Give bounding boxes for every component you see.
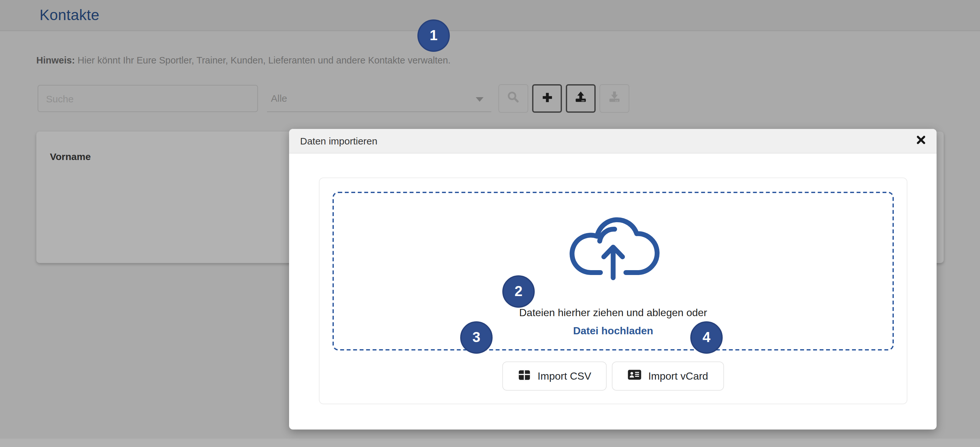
annotation-badge-4[interactable]: 4: [690, 321, 723, 354]
import-modal: Daten importieren Dateien hi: [289, 129, 937, 430]
close-button[interactable]: [916, 136, 926, 146]
import-vcard-button[interactable]: Import vCard: [612, 361, 724, 391]
file-dropzone[interactable]: Dateien hierher ziehen und ablegen oder …: [332, 192, 894, 350]
screen: Kontakte Hinweis: Hier könnt Ihr Eure Sp…: [0, 0, 980, 447]
annotation-badge-1[interactable]: 1: [417, 19, 450, 52]
import-vcard-label: Import vCard: [648, 370, 708, 382]
import-csv-label: Import CSV: [538, 370, 591, 382]
modal-title: Daten importieren: [300, 129, 377, 154]
modal-header: Daten importieren: [289, 129, 937, 154]
annotation-badge-2[interactable]: 2: [502, 275, 535, 308]
annotation-badge-3[interactable]: 3: [460, 321, 493, 354]
upload-file-link[interactable]: Datei hochladen: [334, 325, 892, 337]
dropzone-instruction: Dateien hierher ziehen und ablegen oder: [334, 307, 892, 319]
cloud-upload-icon: [565, 207, 662, 285]
times-icon: [916, 135, 926, 147]
import-card: Dateien hierher ziehen und ablegen oder …: [319, 178, 907, 404]
import-actions: Import CSV Import vCard: [320, 361, 907, 391]
table-icon: [518, 368, 531, 384]
address-card-icon: [627, 369, 642, 384]
import-csv-button[interactable]: Import CSV: [503, 361, 607, 391]
